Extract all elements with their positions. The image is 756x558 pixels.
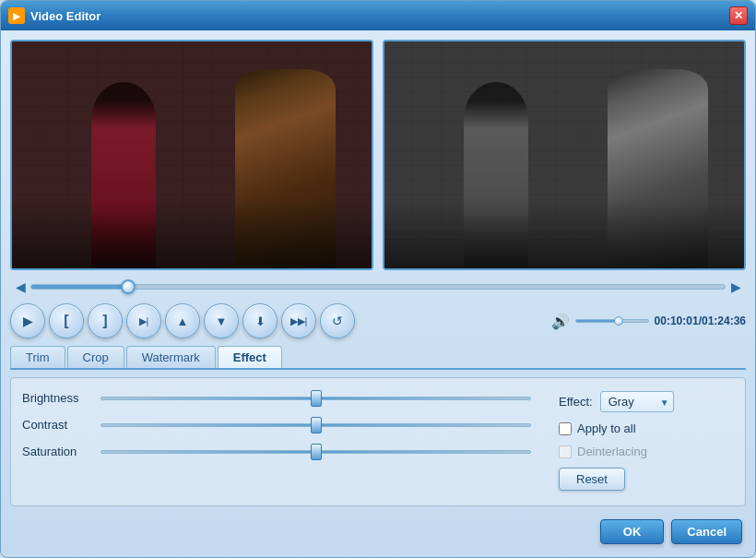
saturation-slider[interactable]: [100, 450, 531, 454]
window-title: Video Editor: [30, 9, 729, 23]
volume-slider[interactable]: [575, 319, 649, 323]
split-icon: ⬇: [255, 315, 266, 328]
deinterlace-row: Deinterlacing: [559, 445, 734, 458]
play-icon: ▶: [23, 314, 33, 328]
reset-button[interactable]: Reset: [559, 468, 625, 491]
effect-label: Effect:: [559, 395, 593, 409]
tab-effect[interactable]: Effect: [218, 346, 282, 368]
contrast-thumb[interactable]: [311, 417, 322, 433]
timeline-area: ◀ ▶: [10, 278, 746, 296]
next-frame-icon: ▶|: [139, 315, 149, 327]
timeline-arrow-left[interactable]: ◀: [14, 280, 27, 293]
mark-in-button[interactable]: [: [49, 303, 84, 338]
bottom-row: OK Cancel: [10, 514, 746, 548]
volume-area: 🔊 00:10:01/01:24:36: [551, 313, 746, 330]
saturation-thumb[interactable]: [311, 444, 322, 460]
skip-icon: ▶▶|: [290, 315, 308, 327]
app-icon: ▶: [8, 7, 25, 24]
tab-crop[interactable]: Crop: [67, 346, 124, 368]
original-preview: [10, 40, 373, 270]
undo-button[interactable]: ↺: [320, 303, 355, 338]
split-button[interactable]: ⬇: [242, 303, 278, 338]
effect-select-wrapper: None Gray Sepia Invert ▼: [600, 391, 674, 412]
cancel-button[interactable]: Cancel: [671, 519, 742, 544]
mark-out-button[interactable]: ]: [88, 303, 123, 338]
effect-panel: Brightness Contrast Saturation: [10, 377, 746, 506]
deinterlace-label: Deinterlacing: [577, 445, 647, 458]
apply-all-checkbox[interactable]: [559, 422, 572, 435]
apply-all-row: Apply to all: [559, 421, 734, 435]
contrast-label: Contrast: [22, 418, 91, 432]
close-button[interactable]: ✕: [729, 6, 748, 25]
controls-row: ▶ [ ] ▶| ▲ ▼ ⬇ ▶▶| ↺: [10, 303, 746, 338]
brightness-row: Brightness: [22, 391, 531, 405]
brightness-thumb[interactable]: [311, 390, 322, 407]
main-window: ▶ Video Editor ✕: [0, 0, 756, 558]
brightness-slider[interactable]: [100, 397, 531, 400]
up-icon: ▲: [177, 315, 189, 328]
time-display: 00:10:01/01:24:36: [655, 315, 746, 327]
preview-area: [10, 40, 746, 270]
timeline-thumb[interactable]: [121, 279, 136, 294]
up-button[interactable]: ▲: [165, 303, 200, 338]
tab-trim[interactable]: Trim: [10, 346, 65, 368]
contrast-row: Contrast: [22, 418, 531, 432]
main-content: ◀ ▶ ▶ [ ] ▶| ▲ ▼: [1, 30, 755, 557]
brightness-label: Brightness: [22, 391, 91, 405]
right-section: Effect: None Gray Sepia Invert ▼: [549, 391, 734, 493]
contrast-slider[interactable]: [100, 423, 531, 427]
mark-out-icon: ]: [102, 313, 107, 329]
gray-preview: [383, 40, 746, 270]
apply-all-label[interactable]: Apply to all: [577, 421, 636, 435]
timeline-slider[interactable]: [30, 284, 726, 290]
deinterlace-checkbox[interactable]: [559, 445, 572, 458]
play-button[interactable]: ▶: [10, 303, 45, 338]
effect-row: Effect: None Gray Sepia Invert ▼: [559, 391, 734, 412]
down-button[interactable]: ▼: [204, 303, 239, 338]
tabs-row: Trim Crop Watermark Effect: [10, 346, 746, 370]
sliders-section: Brightness Contrast Saturation: [22, 391, 531, 493]
mark-in-icon: [: [64, 313, 68, 329]
timeline-arrow-right[interactable]: ▶: [729, 280, 742, 293]
volume-thumb[interactable]: [614, 316, 623, 326]
ok-button[interactable]: OK: [600, 519, 665, 544]
tab-watermark[interactable]: Watermark: [126, 346, 216, 368]
undo-icon: ↺: [332, 314, 343, 328]
next-frame-button[interactable]: ▶|: [126, 303, 161, 338]
volume-icon: 🔊: [551, 313, 570, 330]
effect-select[interactable]: None Gray Sepia Invert: [600, 391, 674, 412]
down-icon: ▼: [216, 315, 228, 328]
title-bar: ▶ Video Editor ✕: [1, 1, 755, 30]
saturation-label: Saturation: [22, 445, 91, 458]
saturation-row: Saturation: [22, 445, 531, 458]
skip-button[interactable]: ▶▶|: [281, 303, 316, 338]
